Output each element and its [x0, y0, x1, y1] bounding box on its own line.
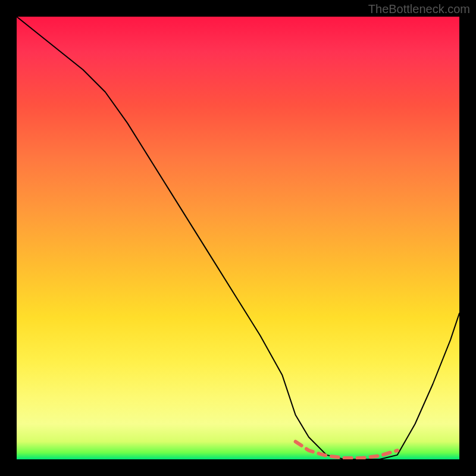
watermark-text: TheBottleneck.com — [368, 2, 470, 16]
chart-svg — [17, 17, 459, 459]
chart-plot-area — [17, 17, 459, 459]
bottleneck-curve-line — [17, 17, 459, 459]
optimal-range-marker — [296, 441, 397, 458]
